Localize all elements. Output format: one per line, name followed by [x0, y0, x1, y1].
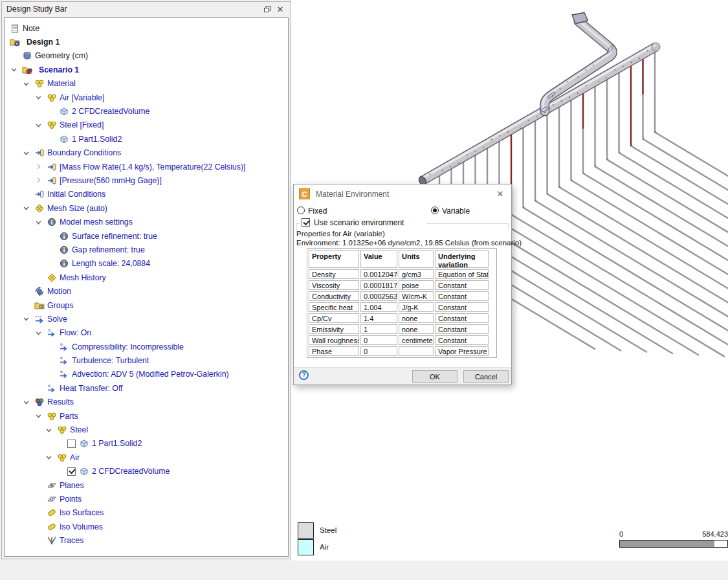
- property-units-cell[interactable]: W/cm-K: [399, 291, 434, 301]
- tree-item-turbulence-turbulent[interactable]: Turbulence: Turbulent: [5, 353, 288, 367]
- scenario-environment-row: Use scenario environment: [294, 218, 509, 228]
- tree-item-1-part1-solid2[interactable]: 1 Part1.Solid2: [5, 132, 288, 146]
- tree-item-compressibility-incompressible[interactable]: Compressibility: Incompressible: [5, 340, 288, 353]
- property-variation-cell[interactable]: Vapor Pressure: [435, 346, 489, 356]
- use-scenario-environment-label[interactable]: Use scenario environment: [314, 218, 404, 227]
- chevron-down-icon[interactable]: [34, 121, 47, 129]
- property-value-cell[interactable]: 0.00120473: [360, 269, 397, 279]
- tree-item-2-cfdcreatedvolume[interactable]: 2 CFDCreatedVolume: [5, 465, 288, 478]
- visibility-checkbox[interactable]: [67, 440, 76, 448]
- tree-item-model-mesh-settings[interactable]: Model mesh settings: [5, 215, 288, 229]
- tree-item-length-scale-24-0884[interactable]: Length scale: 24,0884: [5, 257, 288, 271]
- variable-radio-label[interactable]: Variable: [442, 206, 470, 216]
- tree-item-pressure-560-mmhg-gage[interactable]: [Pressure(560 mmHg Gage)]: [5, 173, 288, 187]
- tree-item-steel-fixed[interactable]: Steel [Fixed]: [5, 118, 288, 132]
- flow-icon: [59, 355, 70, 366]
- tree-item-points[interactable]: Points: [5, 492, 288, 506]
- tree-item-mesh-history[interactable]: Mesh History: [5, 271, 288, 284]
- property-units-cell[interactable]: none: [399, 324, 434, 334]
- dialog-close-icon[interactable]: ✕: [494, 189, 506, 199]
- tree-item-motion[interactable]: Motion: [5, 284, 288, 298]
- tree-item-iso-surfaces[interactable]: Iso Surfaces: [5, 506, 288, 520]
- visibility-checkbox[interactable]: [67, 467, 76, 476]
- property-value-cell[interactable]: 1: [360, 324, 397, 334]
- tree-item-results[interactable]: Results: [5, 396, 288, 409]
- property-value-cell[interactable]: 1.004: [360, 302, 397, 312]
- chevron-down-icon[interactable]: [45, 453, 57, 462]
- tree-item-parts[interactable]: Parts: [5, 409, 288, 423]
- tree-item-mass-flow-rate-1-4-kg-s-temperature-22-celsius[interactable]: [Mass Flow Rate(1.4 kg/s), Temperature(2…: [5, 160, 288, 173]
- motion-icon: [34, 286, 45, 296]
- variable-radio[interactable]: [431, 206, 439, 214]
- float-window-icon[interactable]: [261, 3, 274, 15]
- tree-item-surface-refinement-true[interactable]: Surface refinement: true: [5, 229, 288, 243]
- property-variation-cell[interactable]: Constant: [435, 313, 489, 323]
- tree-item-air-variable[interactable]: Air [Variable]: [5, 91, 288, 104]
- chevron-down-icon[interactable]: [22, 204, 34, 212]
- tree-item-groups[interactable]: Groups: [5, 298, 288, 312]
- help-icon[interactable]: ?: [299, 370, 309, 380]
- property-variation-cell[interactable]: Constant: [435, 280, 489, 290]
- property-variation-cell[interactable]: Constant: [435, 302, 489, 312]
- tree-item-1-part1-solid2[interactable]: 1 Part1.Solid2: [5, 437, 288, 451]
- tree-item-flow-on[interactable]: Flow: On: [5, 326, 288, 340]
- info-icon: [47, 217, 58, 227]
- property-value-cell[interactable]: 0.0001817: [360, 280, 397, 290]
- property-variation-cell[interactable]: Constant: [435, 291, 489, 301]
- ok-button[interactable]: OK: [412, 370, 458, 383]
- property-units-cell[interactable]: J/g-K: [399, 302, 434, 312]
- property-variation-cell[interactable]: Equation of State: [435, 269, 489, 279]
- property-value-cell[interactable]: 0: [360, 335, 397, 345]
- fixed-radio-label[interactable]: Fixed: [308, 206, 327, 216]
- chevron-down-icon[interactable]: [45, 426, 57, 434]
- fixed-radio[interactable]: [297, 206, 305, 214]
- chevron-down-icon[interactable]: [10, 65, 22, 74]
- tree-item-planes[interactable]: Planes: [5, 478, 288, 492]
- tree-item-note[interactable]: Note: [5, 21, 288, 35]
- tree-item-air[interactable]: Air: [5, 451, 288, 464]
- property-value-cell[interactable]: 1.4: [360, 313, 397, 323]
- scale-bar-rule: [619, 540, 728, 548]
- dialog-title-bar[interactable]: C Material Environment ✕: [294, 184, 511, 203]
- chevron-down-icon[interactable]: [22, 315, 34, 323]
- property-units-cell[interactable]: g/cm3: [399, 269, 434, 279]
- chevron-down-icon[interactable]: [22, 80, 34, 88]
- property-units-cell[interactable]: centimeter: [399, 335, 434, 345]
- chevron-down-icon[interactable]: [34, 329, 47, 337]
- chevron-right-icon[interactable]: [34, 162, 47, 171]
- panel-title-bar[interactable]: Design Study Bar ✕: [2, 2, 291, 16]
- tree-item-2-cfdcreatedvolume[interactable]: 2 CFDCreatedVolume: [5, 104, 288, 118]
- tree-item-iso-volumes[interactable]: Iso Volumes: [5, 520, 288, 533]
- tree-item-boundary-conditions[interactable]: Boundary Conditions: [5, 146, 288, 160]
- chevron-right-icon[interactable]: [34, 176, 47, 184]
- use-scenario-environment-checkbox[interactable]: [302, 218, 310, 227]
- tree-item-material[interactable]: Material: [5, 77, 288, 91]
- tree-item-initial-conditions[interactable]: Initial Conditions: [5, 188, 288, 201]
- property-value-cell[interactable]: 0.0002563: [360, 291, 397, 301]
- tree-item-solve[interactable]: Solve: [5, 312, 288, 326]
- chevron-down-icon[interactable]: [34, 412, 47, 420]
- property-units-cell[interactable]: poise: [399, 280, 434, 290]
- tree-item-steel[interactable]: Steel: [5, 423, 288, 436]
- tree-item-mesh-size-auto[interactable]: Mesh Size (auto): [5, 201, 288, 215]
- tree-item-gap-refinement-true[interactable]: Gap refinement: true: [5, 243, 288, 256]
- chevron-down-icon[interactable]: [22, 149, 34, 157]
- info-icon: [59, 258, 70, 269]
- tree-item-traces[interactable]: Traces: [5, 533, 288, 547]
- property-value-cell[interactable]: 0: [360, 346, 397, 356]
- boundary-icon: [47, 162, 58, 172]
- property-units-cell[interactable]: [399, 346, 434, 356]
- property-variation-cell[interactable]: Constant: [435, 335, 489, 345]
- tree-item-advection-adv-5-modified-petrov-galerkin[interactable]: Advection: ADV 5 (Modified Petrov-Galerk…: [5, 368, 288, 381]
- property-units-cell[interactable]: none: [399, 313, 434, 323]
- chevron-down-icon[interactable]: [22, 398, 34, 407]
- tree-item-scenario-1[interactable]: Scenario 1: [5, 63, 288, 76]
- chevron-down-icon[interactable]: [34, 218, 47, 227]
- close-icon[interactable]: ✕: [274, 3, 287, 15]
- chevron-down-icon[interactable]: [34, 93, 47, 102]
- tree-item-heat-transfer-off[interactable]: Heat Transfer: Off: [5, 381, 288, 395]
- tree-item-geometry-cm[interactable]: Geometry (cm): [5, 49, 288, 63]
- property-variation-cell[interactable]: Constant: [435, 324, 489, 334]
- cancel-button[interactable]: Cancel: [463, 370, 509, 383]
- tree-item-design-1[interactable]: Design 1: [5, 35, 288, 49]
